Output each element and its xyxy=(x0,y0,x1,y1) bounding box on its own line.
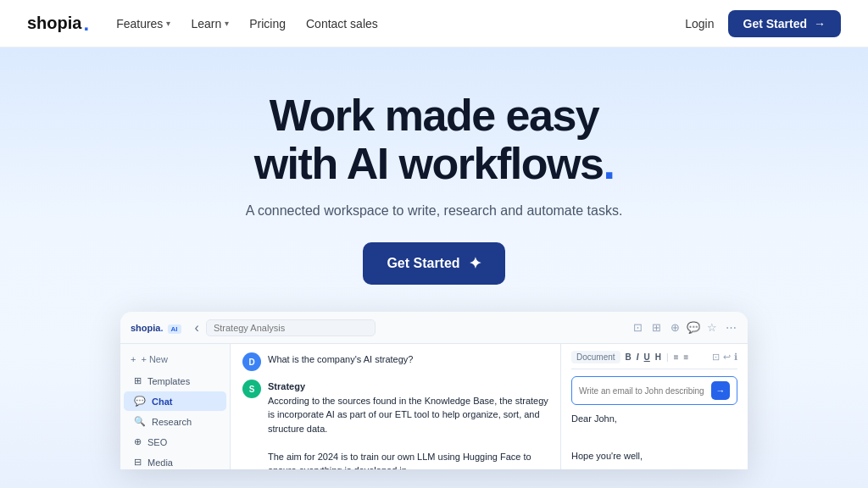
undo-icon[interactable]: ↩ xyxy=(723,352,731,363)
send-icon: → xyxy=(716,385,726,396)
hero-cta-button[interactable]: Get Started ✦ xyxy=(363,242,504,285)
hero-title: Work made easy with AI workflows. xyxy=(254,92,615,188)
chevron-down-icon: ▾ xyxy=(166,19,170,28)
chat-message-user: D What is the company's AI strategy? xyxy=(242,352,548,371)
comment-icon[interactable]: 💬 xyxy=(687,321,700,335)
share-icon[interactable]: ⊡ xyxy=(631,321,644,335)
ai-message-text: Strategy According to the sources found … xyxy=(268,380,548,469)
nav-right: Login Get Started → xyxy=(685,10,841,37)
user-message-text: What is the company's AI strategy? xyxy=(268,352,413,367)
chat-icon: 💬 xyxy=(134,396,146,407)
sidebar-item-seo[interactable]: ⊕ SEO xyxy=(124,432,226,452)
logo-dot: . xyxy=(83,12,89,36)
window-topbar: shopia. AI ‹ ⊡ ⊞ ⊕ 💬 ☆ ⋯ xyxy=(120,312,748,344)
hero-section: Work made easy with AI workflows. A conn… xyxy=(0,47,868,488)
doc-ai-input[interactable] xyxy=(579,386,706,396)
window-actions: ⊡ ⊞ ⊕ 💬 ☆ ⋯ xyxy=(631,321,737,335)
login-button[interactable]: Login xyxy=(685,17,714,30)
underline-button[interactable]: U xyxy=(644,352,650,362)
list-button[interactable]: ≡ xyxy=(674,352,679,362)
sidebar-item-media[interactable]: ⊟ Media xyxy=(124,452,226,469)
window-search-input[interactable] xyxy=(206,319,376,336)
navbar: shopia. Features ▾ Learn ▾ Pricing Conta… xyxy=(0,0,868,47)
logo-text: shopia xyxy=(27,14,81,33)
more-icon[interactable]: ⋯ xyxy=(724,321,737,335)
sidebar-item-templates[interactable]: ⊞ Templates xyxy=(124,371,226,391)
seo-icon: ⊕ xyxy=(134,436,142,447)
arrow-right-icon: → xyxy=(814,17,826,30)
app-sidebar: + + New ⊞ Templates 💬 Chat 🔍 Research ⊕ xyxy=(120,344,231,469)
window-logo: shopia. AI xyxy=(131,323,181,333)
italic-button[interactable]: I xyxy=(637,352,639,362)
nav-learn[interactable]: Learn ▾ xyxy=(191,17,229,30)
copy-icon[interactable]: ⊡ xyxy=(712,352,720,363)
ai-avatar: S xyxy=(242,380,261,398)
doc-input-row: → xyxy=(571,376,737,405)
doc-label: Document xyxy=(571,351,620,363)
nav-contact-sales[interactable]: Contact sales xyxy=(306,17,378,30)
heading-button[interactable]: H xyxy=(655,352,661,362)
sparkle-icon: ✦ xyxy=(469,254,481,273)
doc-content: Dear John, Hope you're well, xyxy=(571,412,737,463)
sidebar-item-chat[interactable]: 💬 Chat xyxy=(124,391,226,411)
plus-icon: + xyxy=(131,354,136,364)
doc-action-icons: ⊡ ↩ ℹ xyxy=(712,352,737,363)
templates-icon: ⊞ xyxy=(134,375,142,386)
hero-accent-dot: . xyxy=(603,139,614,188)
info-icon[interactable]: ℹ xyxy=(734,352,737,363)
doc-toolbar: Document B I U H | ≡ ≡ ⊡ ↩ ℹ xyxy=(571,351,737,369)
doc-area: Document B I U H | ≡ ≡ ⊡ ↩ ℹ xyxy=(561,344,748,469)
window-body: + + New ⊞ Templates 💬 Chat 🔍 Research ⊕ xyxy=(120,344,748,469)
get-started-button[interactable]: Get Started → xyxy=(728,10,841,37)
chat-message-ai: S Strategy According to the sources foun… xyxy=(242,380,548,469)
new-button[interactable]: + + New xyxy=(120,351,230,368)
app-window: shopia. AI ‹ ⊡ ⊞ ⊕ 💬 ☆ ⋯ + + New xyxy=(120,312,748,469)
bold-button[interactable]: B xyxy=(626,352,632,362)
nav-features[interactable]: Features ▾ xyxy=(116,17,170,30)
user-avatar: D xyxy=(242,352,261,371)
tag-icon[interactable]: ⊞ xyxy=(649,321,663,335)
sidebar-item-research[interactable]: 🔍 Research xyxy=(124,412,226,431)
nav-links: Features ▾ Learn ▾ Pricing Contact sales xyxy=(116,17,378,30)
link-icon[interactable]: ⊕ xyxy=(668,321,682,335)
back-button[interactable]: ‹ xyxy=(195,320,199,336)
logo[interactable]: shopia. xyxy=(27,12,89,36)
star-icon[interactable]: ☆ xyxy=(705,321,719,335)
ordered-list-button[interactable]: ≡ xyxy=(684,352,689,362)
nav-pricing[interactable]: Pricing xyxy=(249,17,286,30)
doc-send-button[interactable]: → xyxy=(711,381,730,400)
media-icon: ⊟ xyxy=(134,457,142,468)
nav-left: shopia. Features ▾ Learn ▾ Pricing Conta… xyxy=(27,12,378,36)
chevron-down-icon: ▾ xyxy=(225,19,229,28)
hero-subtitle: A connected workspace to write, research… xyxy=(246,203,623,219)
research-icon: 🔍 xyxy=(134,416,146,427)
chat-area: D What is the company's AI strategy? S S… xyxy=(231,344,561,469)
